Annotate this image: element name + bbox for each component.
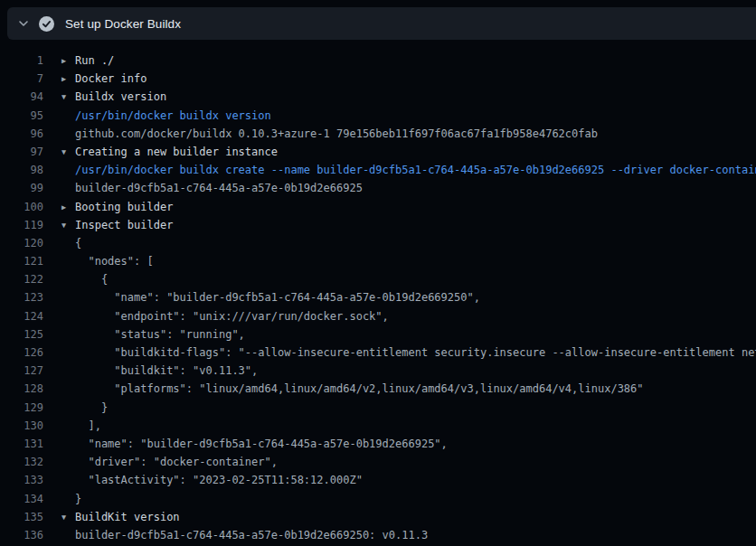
line-number[interactable]: 119 xyxy=(0,216,43,234)
output-text: } xyxy=(75,490,756,508)
log-line[interactable]: 1▶Run ./ xyxy=(0,52,756,70)
toggle-spacer xyxy=(61,307,75,325)
line-number[interactable]: 123 xyxy=(0,288,43,306)
log-viewer: 1▶Run ./7▶Docker info94▼Buildx version95… xyxy=(0,40,756,546)
log-line[interactable]: 94▼Buildx version xyxy=(0,88,756,106)
output-text: github.com/docker/buildx 0.10.3+azure-1 … xyxy=(75,125,756,143)
line-number[interactable]: 132 xyxy=(0,453,43,471)
log-line: 126 "buildkitd-flags": "--allow-insecure… xyxy=(0,344,756,362)
toggle-spacer xyxy=(61,107,75,125)
log-line: 132 "driver": "docker-container", xyxy=(0,453,756,471)
output-text: { xyxy=(75,270,756,288)
log-line: 124 "endpoint": "unix:///var/run/docker.… xyxy=(0,307,756,325)
line-number[interactable]: 100 xyxy=(0,198,43,216)
toggle-spacer xyxy=(61,161,75,179)
line-number[interactable]: 136 xyxy=(0,526,43,544)
collapse-arrow-icon[interactable]: ▼ xyxy=(61,216,75,234)
toggle-spacer xyxy=(61,288,75,306)
toggle-spacer xyxy=(61,325,75,344)
step-header[interactable]: Set up Docker Buildx xyxy=(7,7,756,40)
toggle-spacer xyxy=(61,399,75,417)
line-number[interactable]: 133 xyxy=(0,471,43,489)
toggle-spacer xyxy=(61,526,75,544)
expand-arrow-icon[interactable]: ▶ xyxy=(61,70,75,88)
log-line: 128 "platforms": "linux/amd64,linux/amd6… xyxy=(0,380,756,398)
log-line[interactable]: 7▶Docker info xyxy=(0,70,756,88)
group-title[interactable]: Docker info xyxy=(75,70,756,88)
collapse-arrow-icon[interactable]: ▼ xyxy=(61,143,75,161)
output-text: "lastActivity": "2023-02-25T11:58:12.000… xyxy=(75,471,756,489)
output-text: builder-d9cfb5a1-c764-445a-a57e-0b19d2e6… xyxy=(75,526,756,544)
toggle-spacer xyxy=(61,471,75,489)
log-line: 122 { xyxy=(0,270,756,288)
toggle-spacer xyxy=(61,362,75,380)
toggle-spacer xyxy=(61,344,75,362)
expand-arrow-icon[interactable]: ▶ xyxy=(61,52,75,70)
log-line: 127 "buildkit": "v0.11.3", xyxy=(0,362,756,380)
collapse-arrow-icon[interactable]: ▼ xyxy=(61,508,75,526)
log-line[interactable]: 100▶Booting builder xyxy=(0,198,756,216)
line-number[interactable]: 134 xyxy=(0,490,43,508)
toggle-spacer xyxy=(61,179,75,197)
log-line: 129 } xyxy=(0,399,756,417)
log-line: 136builder-d9cfb5a1-c764-445a-a57e-0b19d… xyxy=(0,526,756,544)
output-text: "buildkitd-flags": "--allow-insecure-ent… xyxy=(75,344,756,362)
line-number[interactable]: 95 xyxy=(0,107,43,125)
output-text: builder-d9cfb5a1-c764-445a-a57e-0b19d2e6… xyxy=(75,179,756,197)
toggle-spacer xyxy=(61,435,75,453)
log-line: 120{ xyxy=(0,234,756,252)
line-number[interactable]: 98 xyxy=(0,161,43,179)
log-line[interactable]: 135▼BuildKit version xyxy=(0,508,756,526)
log-line: 96github.com/docker/buildx 0.10.3+azure-… xyxy=(0,125,756,143)
line-number[interactable]: 135 xyxy=(0,508,43,526)
line-number[interactable]: 120 xyxy=(0,234,43,252)
output-text: "name": "builder-d9cfb5a1-c764-445a-a57e… xyxy=(75,435,756,453)
line-number[interactable]: 94 xyxy=(0,88,43,106)
log-line: 131 "name": "builder-d9cfb5a1-c764-445a-… xyxy=(0,435,756,453)
output-text: "status": "running", xyxy=(75,325,756,344)
toggle-spacer xyxy=(61,270,75,288)
output-text: "driver": "docker-container", xyxy=(75,453,756,471)
chevron-down-icon[interactable] xyxy=(17,17,30,30)
log-line: 95/usr/bin/docker buildx version xyxy=(0,107,756,125)
collapse-arrow-icon[interactable]: ▼ xyxy=(61,88,75,106)
group-title[interactable]: Creating a new builder instance xyxy=(75,143,756,161)
line-number[interactable]: 129 xyxy=(0,399,43,417)
output-text: "nodes": [ xyxy=(75,252,756,270)
log-line[interactable]: 97▼Creating a new builder instance xyxy=(0,143,756,161)
line-number[interactable]: 97 xyxy=(0,143,43,161)
log-line[interactable]: 119▼Inspect builder xyxy=(0,216,756,234)
line-number[interactable]: 131 xyxy=(0,435,43,453)
line-number[interactable]: 122 xyxy=(0,270,43,288)
line-number[interactable]: 7 xyxy=(0,70,43,88)
line-number[interactable]: 1 xyxy=(0,52,43,70)
line-number[interactable]: 125 xyxy=(0,325,43,344)
line-number[interactable]: 127 xyxy=(0,362,43,380)
command-text: /usr/bin/docker buildx version xyxy=(75,107,756,125)
line-number[interactable]: 96 xyxy=(0,125,43,143)
line-number[interactable]: 128 xyxy=(0,380,43,398)
line-number[interactable]: 130 xyxy=(0,417,43,435)
step-title: Set up Docker Buildx xyxy=(65,17,181,31)
check-circle-icon xyxy=(39,16,54,32)
group-title[interactable]: Inspect builder xyxy=(75,216,756,234)
line-number[interactable]: 99 xyxy=(0,179,43,197)
log-line: 123 "name": "builder-d9cfb5a1-c764-445a-… xyxy=(0,288,756,306)
log-line: 121 "nodes": [ xyxy=(0,252,756,270)
log-line: 133 "lastActivity": "2023-02-25T11:58:12… xyxy=(0,471,756,489)
expand-arrow-icon[interactable]: ▶ xyxy=(61,198,75,216)
toggle-spacer xyxy=(61,417,75,435)
group-title[interactable]: Booting builder xyxy=(75,198,756,216)
toggle-spacer xyxy=(61,380,75,398)
output-text: { xyxy=(75,234,756,252)
line-number[interactable]: 121 xyxy=(0,252,43,270)
log-line: 98/usr/bin/docker buildx create --name b… xyxy=(0,161,756,179)
group-title[interactable]: Buildx version xyxy=(75,88,756,106)
group-title[interactable]: Run ./ xyxy=(75,52,756,70)
group-title[interactable]: BuildKit version xyxy=(75,508,756,526)
line-number[interactable]: 124 xyxy=(0,307,43,325)
output-text: "buildkit": "v0.11.3", xyxy=(75,362,756,380)
output-text: "name": "builder-d9cfb5a1-c764-445a-a57e… xyxy=(75,288,756,306)
log-line: 125 "status": "running", xyxy=(0,325,756,344)
line-number[interactable]: 126 xyxy=(0,344,43,362)
